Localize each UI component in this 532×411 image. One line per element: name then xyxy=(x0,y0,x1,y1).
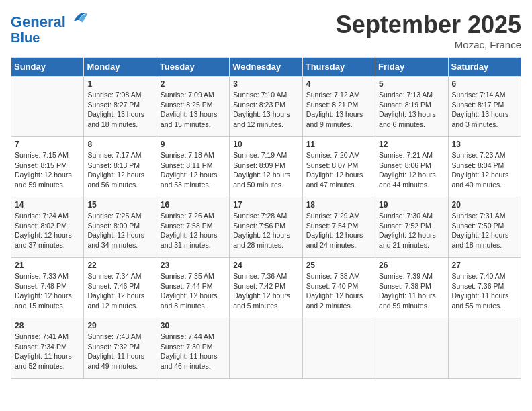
calendar-cell: 1Sunrise: 7:08 AMSunset: 8:27 PMDaylight… xyxy=(84,77,157,137)
calendar-cell: 9Sunrise: 7:18 AMSunset: 8:11 PMDaylight… xyxy=(157,137,229,197)
calendar-cell: 3Sunrise: 7:10 AMSunset: 8:23 PMDaylight… xyxy=(230,77,302,137)
calendar-header: SundayMondayTuesdayWednesdayThursdayFrid… xyxy=(11,58,521,77)
day-number: 6 xyxy=(452,79,517,89)
cell-content: Sunrise: 7:19 AMSunset: 8:09 PMDaylight:… xyxy=(233,150,298,190)
day-number: 30 xyxy=(161,321,226,330)
cell-content: Sunrise: 7:13 AMSunset: 8:19 PMDaylight:… xyxy=(379,90,444,130)
day-number: 14 xyxy=(15,200,80,210)
week-row-2: 7Sunrise: 7:15 AMSunset: 8:15 PMDaylight… xyxy=(11,137,521,197)
cell-content: Sunrise: 7:21 AMSunset: 8:06 PMDaylight:… xyxy=(379,150,444,190)
cell-content: Sunrise: 7:17 AMSunset: 8:13 PMDaylight:… xyxy=(87,150,152,190)
week-row-1: 1Sunrise: 7:08 AMSunset: 8:27 PMDaylight… xyxy=(11,77,521,137)
calendar-cell: 17Sunrise: 7:28 AMSunset: 7:56 PMDayligh… xyxy=(230,197,302,258)
day-number: 28 xyxy=(15,321,80,330)
logo-icon xyxy=(71,8,90,27)
cell-content: Sunrise: 7:34 AMSunset: 7:46 PMDaylight:… xyxy=(87,271,152,311)
calendar-cell: 11Sunrise: 7:20 AMSunset: 8:07 PMDayligh… xyxy=(302,137,375,197)
header-monday: Monday xyxy=(84,58,157,77)
calendar-cell: 28Sunrise: 7:41 AMSunset: 7:34 PMDayligh… xyxy=(11,318,84,379)
cell-content: Sunrise: 7:14 AMSunset: 8:17 PMDaylight:… xyxy=(452,90,517,130)
calendar-cell: 21Sunrise: 7:33 AMSunset: 7:48 PMDayligh… xyxy=(11,258,84,318)
week-row-3: 14Sunrise: 7:24 AMSunset: 8:02 PMDayligh… xyxy=(11,197,521,258)
cell-content: Sunrise: 7:09 AMSunset: 8:25 PMDaylight:… xyxy=(161,90,226,130)
day-number: 8 xyxy=(87,140,152,149)
day-number: 20 xyxy=(452,200,517,210)
header-friday: Friday xyxy=(375,58,448,77)
location: Mozac, France xyxy=(336,39,521,50)
day-number: 19 xyxy=(379,200,444,210)
cell-content: Sunrise: 7:40 AMSunset: 7:36 PMDaylight:… xyxy=(452,271,517,311)
header-tuesday: Tuesday xyxy=(157,58,229,77)
calendar-cell: 23Sunrise: 7:35 AMSunset: 7:44 PMDayligh… xyxy=(157,258,229,318)
header-sunday: Sunday xyxy=(11,58,84,77)
day-number: 18 xyxy=(306,200,371,210)
cell-content: Sunrise: 7:41 AMSunset: 7:34 PMDaylight:… xyxy=(15,332,80,371)
day-number: 17 xyxy=(233,200,298,210)
header-row: SundayMondayTuesdayWednesdayThursdayFrid… xyxy=(11,58,521,77)
calendar-body: 1Sunrise: 7:08 AMSunset: 8:27 PMDaylight… xyxy=(11,77,521,379)
calendar-cell: 20Sunrise: 7:31 AMSunset: 7:50 PMDayligh… xyxy=(448,197,521,258)
day-number: 16 xyxy=(161,200,226,210)
calendar-cell: 30Sunrise: 7:44 AMSunset: 7:30 PMDayligh… xyxy=(157,318,229,379)
day-number: 4 xyxy=(306,79,371,89)
cell-content: Sunrise: 7:33 AMSunset: 7:48 PMDaylight:… xyxy=(15,271,80,311)
cell-content: Sunrise: 7:08 AMSunset: 8:27 PMDaylight:… xyxy=(87,90,152,130)
calendar-cell: 7Sunrise: 7:15 AMSunset: 8:15 PMDaylight… xyxy=(11,137,84,197)
calendar-cell xyxy=(11,77,84,137)
day-number: 2 xyxy=(161,79,226,89)
logo: General Blue xyxy=(11,11,90,45)
day-number: 15 xyxy=(87,200,152,210)
logo-general: General xyxy=(11,13,66,30)
day-number: 27 xyxy=(452,261,517,270)
title-block: September 2025 Mozac, France xyxy=(336,11,521,50)
day-number: 3 xyxy=(233,79,298,89)
cell-content: Sunrise: 7:44 AMSunset: 7:30 PMDaylight:… xyxy=(161,332,226,371)
calendar-cell: 13Sunrise: 7:23 AMSunset: 8:04 PMDayligh… xyxy=(448,137,521,197)
day-number: 13 xyxy=(452,140,517,149)
cell-content: Sunrise: 7:12 AMSunset: 8:21 PMDaylight:… xyxy=(306,90,371,130)
cell-content: Sunrise: 7:30 AMSunset: 7:52 PMDaylight:… xyxy=(379,211,444,250)
header-thursday: Thursday xyxy=(302,58,375,77)
cell-content: Sunrise: 7:31 AMSunset: 7:50 PMDaylight:… xyxy=(452,211,517,250)
calendar-cell: 16Sunrise: 7:26 AMSunset: 7:58 PMDayligh… xyxy=(157,197,229,258)
calendar-cell: 18Sunrise: 7:29 AMSunset: 7:54 PMDayligh… xyxy=(302,197,375,258)
calendar-cell: 10Sunrise: 7:19 AMSunset: 8:09 PMDayligh… xyxy=(230,137,302,197)
calendar-cell: 25Sunrise: 7:38 AMSunset: 7:40 PMDayligh… xyxy=(302,258,375,318)
cell-content: Sunrise: 7:18 AMSunset: 8:11 PMDaylight:… xyxy=(161,150,226,190)
cell-content: Sunrise: 7:23 AMSunset: 8:04 PMDaylight:… xyxy=(452,150,517,190)
cell-content: Sunrise: 7:15 AMSunset: 8:15 PMDaylight:… xyxy=(15,150,80,190)
calendar-cell xyxy=(375,318,448,379)
cell-content: Sunrise: 7:43 AMSunset: 7:32 PMDaylight:… xyxy=(87,332,152,371)
day-number: 24 xyxy=(233,261,298,270)
cell-content: Sunrise: 7:35 AMSunset: 7:44 PMDaylight:… xyxy=(161,271,226,311)
calendar-cell: 14Sunrise: 7:24 AMSunset: 8:02 PMDayligh… xyxy=(11,197,84,258)
week-row-4: 21Sunrise: 7:33 AMSunset: 7:48 PMDayligh… xyxy=(11,258,521,318)
cell-content: Sunrise: 7:26 AMSunset: 7:58 PMDaylight:… xyxy=(161,211,226,250)
calendar-cell xyxy=(302,318,375,379)
calendar-cell: 12Sunrise: 7:21 AMSunset: 8:06 PMDayligh… xyxy=(375,137,448,197)
cell-content: Sunrise: 7:39 AMSunset: 7:38 PMDaylight:… xyxy=(379,271,444,311)
page-header: General Blue September 2025 Mozac, Franc… xyxy=(11,11,521,50)
cell-content: Sunrise: 7:20 AMSunset: 8:07 PMDaylight:… xyxy=(306,150,371,190)
day-number: 10 xyxy=(233,140,298,149)
header-wednesday: Wednesday xyxy=(230,58,302,77)
cell-content: Sunrise: 7:10 AMSunset: 8:23 PMDaylight:… xyxy=(233,90,298,130)
cell-content: Sunrise: 7:38 AMSunset: 7:40 PMDaylight:… xyxy=(306,271,371,311)
month-title: September 2025 xyxy=(336,11,521,39)
calendar-cell: 29Sunrise: 7:43 AMSunset: 7:32 PMDayligh… xyxy=(84,318,157,379)
cell-content: Sunrise: 7:29 AMSunset: 7:54 PMDaylight:… xyxy=(306,211,371,250)
day-number: 25 xyxy=(306,261,371,270)
day-number: 1 xyxy=(87,79,152,89)
calendar-cell: 8Sunrise: 7:17 AMSunset: 8:13 PMDaylight… xyxy=(84,137,157,197)
day-number: 22 xyxy=(87,261,152,270)
day-number: 26 xyxy=(379,261,444,270)
cell-content: Sunrise: 7:24 AMSunset: 8:02 PMDaylight:… xyxy=(15,211,80,250)
day-number: 21 xyxy=(15,261,80,270)
calendar-cell: 5Sunrise: 7:13 AMSunset: 8:19 PMDaylight… xyxy=(375,77,448,137)
week-row-5: 28Sunrise: 7:41 AMSunset: 7:34 PMDayligh… xyxy=(11,318,521,379)
day-number: 29 xyxy=(87,321,152,330)
logo-blue: Blue xyxy=(11,30,90,45)
header-saturday: Saturday xyxy=(448,58,521,77)
day-number: 7 xyxy=(15,140,80,149)
calendar-cell: 26Sunrise: 7:39 AMSunset: 7:38 PMDayligh… xyxy=(375,258,448,318)
